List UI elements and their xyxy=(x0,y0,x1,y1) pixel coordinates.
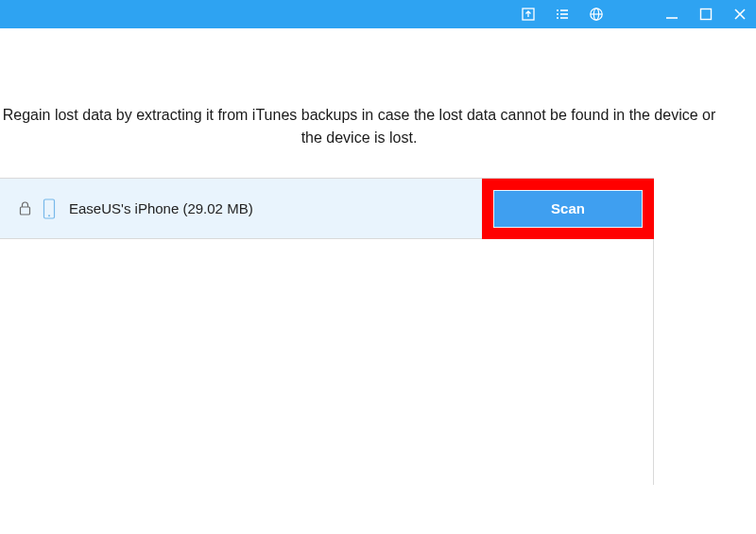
backup-device-label: EaseUS's iPhone (29.02 MB) xyxy=(69,200,253,216)
maximize-icon[interactable] xyxy=(697,6,714,23)
list-icon[interactable] xyxy=(554,6,571,23)
svg-point-5 xyxy=(557,17,558,19)
close-icon[interactable] xyxy=(731,6,748,23)
backup-list: EaseUS's iPhone (29.02 MB) Scan xyxy=(0,178,654,239)
svg-point-3 xyxy=(557,13,558,15)
phone-icon xyxy=(43,198,56,219)
titlebar-tools xyxy=(520,6,605,23)
page-description: Regain lost data by extracting it from i… xyxy=(0,104,756,149)
svg-rect-11 xyxy=(701,9,712,20)
svg-rect-14 xyxy=(21,207,30,215)
backup-list-empty-area xyxy=(0,239,654,485)
backup-row[interactable]: EaseUS's iPhone (29.02 MB) Scan xyxy=(0,179,653,239)
titlebar xyxy=(0,0,756,28)
svg-point-16 xyxy=(48,215,50,216)
minimize-icon[interactable] xyxy=(663,6,680,23)
lock-icon xyxy=(19,201,31,215)
content-area: Regain lost data by extracting it from i… xyxy=(0,104,756,534)
svg-point-1 xyxy=(557,9,558,11)
globe-icon[interactable] xyxy=(588,6,605,23)
scan-button[interactable]: Scan xyxy=(494,191,642,227)
scan-button-highlight: Scan xyxy=(494,191,642,227)
update-icon[interactable] xyxy=(520,6,537,23)
window-controls xyxy=(663,6,748,23)
